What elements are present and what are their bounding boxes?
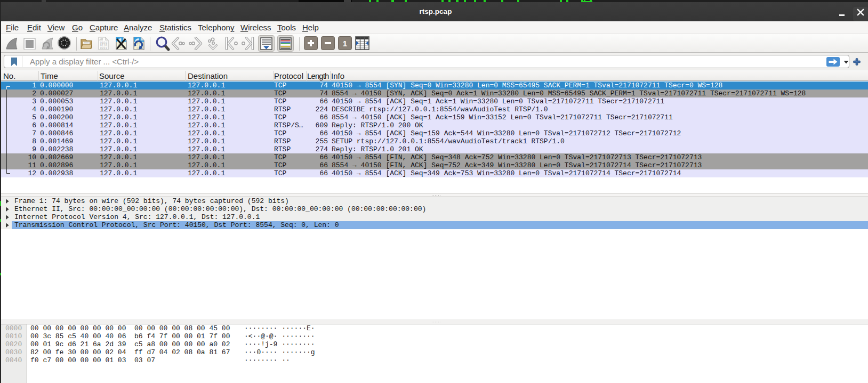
svg-text:1: 1 — [343, 39, 347, 48]
svg-text:0011: 0011 — [100, 46, 108, 50]
